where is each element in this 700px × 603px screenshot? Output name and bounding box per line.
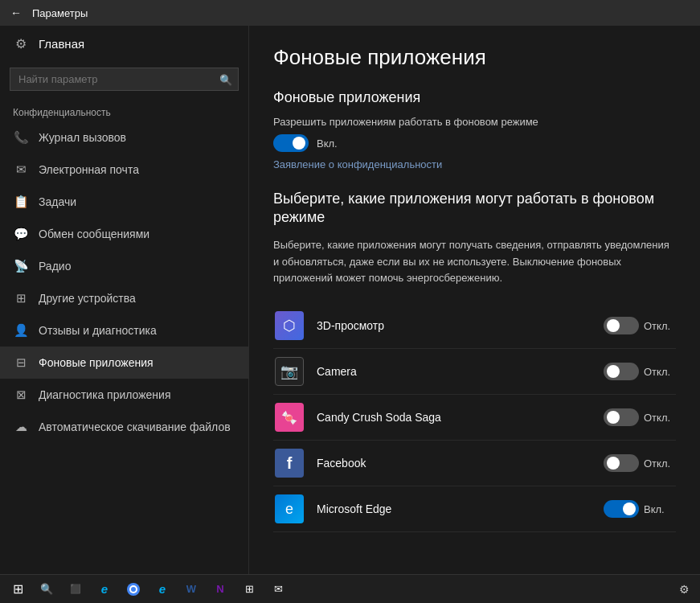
toggle-3d-track[interactable] (604, 317, 639, 334)
toggle-facebook-track[interactable] (604, 454, 639, 472)
app-icon-camera: 📷 (273, 355, 305, 388)
allow-label: Разрешить приложениям работать в фоновом… (273, 116, 676, 128)
sidebar-item-background-apps-label: Фоновые приложения (39, 356, 154, 369)
word-button[interactable]: W (178, 576, 204, 602)
sidebar-item-app-diagnostics[interactable]: ⊠ Диагностика приложения (0, 379, 248, 411)
app-name-3d-viewer: 3D-просмотр (317, 319, 604, 332)
sidebar-home-label: Главная (39, 37, 84, 51)
content-area: Фоновые приложения Фоновые приложения Ра… (249, 26, 700, 574)
app-name-candy-crush: Candy Crush Soda Saga (317, 411, 604, 424)
auto-download-icon: ☁ (13, 419, 29, 435)
toggle-status-camera: Откл. (604, 363, 676, 380)
email-icon: ✉ (13, 162, 29, 178)
sidebar-item-call-log-label: Журнал вызовов (39, 131, 126, 144)
toggle-candy-crush[interactable] (604, 408, 639, 426)
ie-button[interactable]: e (92, 576, 117, 602)
sidebar-item-messaging[interactable]: 💬 Обмен сообщениями (0, 218, 248, 250)
3d-icon: ⬡ (275, 311, 304, 340)
privacy-link[interactable]: Заявление о конфиденциальности (273, 158, 676, 170)
task-view-button[interactable]: ⬛ (63, 576, 88, 602)
main-toggle-track[interactable] (273, 134, 309, 152)
sidebar-item-feedback-label: Отзывы и диагностика (39, 324, 157, 337)
sidebar-item-tasks-label: Задачи (39, 195, 76, 208)
app-icon-3d-viewer: ⬡ (273, 310, 305, 342)
sidebar-item-radio-label: Радио (39, 260, 71, 273)
sidebar-item-email[interactable]: ✉ Электронная почта (0, 154, 248, 186)
main-toggle-label: Вкл. (317, 137, 338, 150)
toggle-3d-label: Откл. (644, 320, 676, 332)
app-name-facebook: Facebook (317, 457, 604, 470)
windows-store-button[interactable]: ⊞ (236, 576, 262, 602)
toggle-facebook-label: Откл. (644, 457, 676, 470)
tasks-icon: 📋 (13, 194, 29, 210)
toggle-3d-viewer[interactable] (604, 317, 639, 334)
radio-icon: 📡 (13, 258, 29, 274)
app-list: ⬡ 3D-просмотр Откл. 📷 Camera (273, 303, 676, 532)
toggle-facebook[interactable] (604, 454, 639, 472)
sidebar-section-title: Конфиденциальность (0, 97, 248, 121)
feedback-icon: 👤 (13, 322, 29, 338)
call-log-icon: 📞 (13, 129, 29, 146)
app-diagnostics-icon: ⊠ (13, 387, 29, 403)
sidebar-item-app-diagnostics-label: Диагностика приложения (39, 388, 170, 401)
sidebar-item-call-log[interactable]: 📞 Журнал вызовов (0, 121, 248, 154)
app-name-edge: Microsoft Edge (317, 503, 604, 515)
toggle-facebook-thumb (607, 457, 620, 470)
sidebar-item-home[interactable]: ⚙ Главная (0, 26, 248, 61)
search-box: 🔍 (10, 68, 239, 91)
app-row-facebook: f Facebook Откл. (273, 441, 676, 486)
app-row-edge: e Microsoft Edge Вкл. (273, 486, 676, 532)
toggle-status-3d: Откл. (604, 317, 676, 334)
sidebar-item-radio[interactable]: 📡 Радио (0, 250, 248, 282)
sidebar-item-feedback[interactable]: 👤 Отзывы и диагностика (0, 314, 248, 347)
sidebar-item-messaging-label: Обмен сообщениями (39, 228, 149, 240)
sidebar-item-other-devices-label: Другие устройства (39, 292, 136, 305)
toggle-candy-label: Откл. (644, 412, 676, 424)
page-title: Фоновые приложения (273, 45, 676, 70)
facebook-icon: f (275, 449, 304, 478)
svg-point-2 (131, 587, 136, 592)
toggle-camera-thumb (607, 365, 620, 378)
taskbar-system-icons: ⚙ (673, 578, 695, 601)
search-input[interactable] (10, 68, 239, 91)
toggle-edge[interactable] (604, 500, 639, 518)
main-toggle-row: Вкл. (273, 134, 676, 152)
sidebar-item-tasks[interactable]: 📋 Задачи (0, 186, 248, 218)
sidebar-item-other-devices[interactable]: ⊞ Другие устройства (0, 282, 248, 314)
main-layout: ⚙ Главная 🔍 Конфиденциальность 📞 Журнал … (0, 26, 700, 574)
mail-button[interactable]: ✉ (265, 576, 291, 602)
section1-title: Фоновые приложения (273, 89, 676, 106)
sidebar-item-email-label: Электронная почта (39, 163, 139, 176)
toggle-candy-track[interactable] (604, 408, 639, 426)
search-button[interactable]: 🔍 (34, 576, 59, 602)
back-button[interactable]: ← (8, 5, 24, 21)
settings-tray-icon[interactable]: ⚙ (673, 578, 695, 601)
camera-icon: 📷 (275, 357, 304, 386)
app-name-camera: Camera (317, 365, 604, 378)
other-devices-icon: ⊞ (13, 290, 29, 306)
sidebar-item-auto-download[interactable]: ☁ Автоматическое скачивание файлов (0, 411, 248, 443)
candy-icon: 🍬 (275, 403, 304, 432)
background-apps-icon: ⊟ (13, 355, 29, 371)
toggle-edge-thumb (623, 503, 636, 515)
main-toggle[interactable] (273, 134, 309, 152)
start-button[interactable]: ⊞ (5, 576, 31, 602)
toggle-status-edge: Вкл. (604, 500, 676, 518)
onenote-button[interactable]: N (207, 576, 233, 602)
toggle-status-facebook: Откл. (604, 454, 676, 472)
toggle-camera-track[interactable] (604, 363, 639, 380)
toggle-camera[interactable] (604, 363, 639, 380)
sidebar: ⚙ Главная 🔍 Конфиденциальность 📞 Журнал … (0, 26, 249, 574)
messaging-icon: 💬 (13, 226, 29, 242)
edge-icon: e (275, 494, 304, 523)
search-icon: 🔍 (219, 73, 232, 85)
title-bar-text: Параметры (32, 7, 88, 19)
app-icon-facebook: f (273, 447, 305, 479)
toggle-camera-label: Откл. (644, 366, 676, 378)
chrome-button[interactable] (121, 576, 146, 602)
toggle-edge-label: Вкл. (644, 503, 676, 515)
edge-taskbar-button[interactable]: e (149, 576, 175, 602)
toggle-edge-track[interactable] (604, 500, 639, 518)
main-toggle-thumb (293, 137, 305, 150)
sidebar-item-background-apps[interactable]: ⊟ Фоновые приложения (0, 347, 248, 379)
